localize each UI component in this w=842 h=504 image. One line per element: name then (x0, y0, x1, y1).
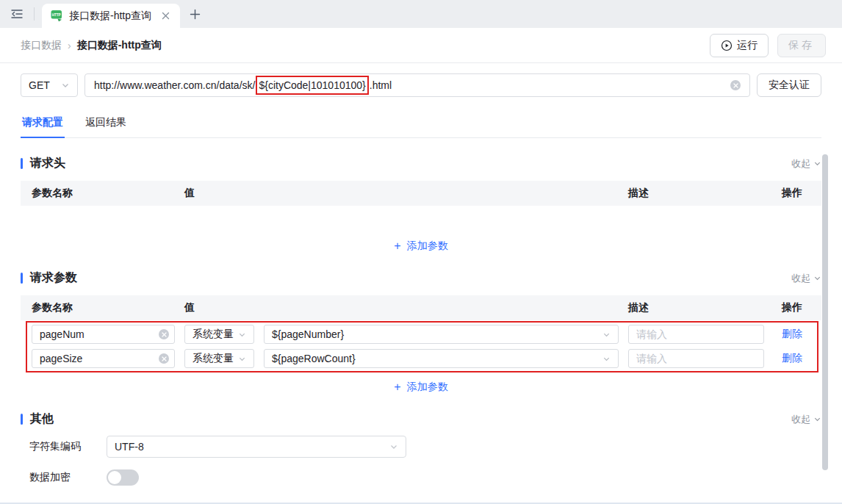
param-row-pagesize: 系统变量 ${pageRowCount} 删除 (21, 349, 821, 368)
charset-row: 字符集编码 UTF-8 (21, 436, 821, 458)
delete-param-link[interactable]: 删除 (774, 328, 810, 341)
chevron-down-icon (813, 159, 821, 168)
column-value: 值 (184, 187, 254, 200)
clear-url-icon[interactable] (730, 80, 741, 90)
param-value-text: ${pageRowCount} (272, 353, 356, 364)
toggle-knob (108, 471, 121, 484)
column-op: 操作 (774, 301, 810, 314)
chevron-down-icon (602, 355, 611, 363)
section-title: 其他 (21, 411, 54, 427)
param-type-select[interactable]: 系统变量 (184, 325, 254, 344)
tab-api-data-http[interactable]: HTTP 接口数据-http查询 (42, 4, 180, 28)
add-header-param-button[interactable]: + 添加参数 (21, 240, 821, 253)
headers-table-header: 参数名称 值 描述 操作 (21, 181, 821, 206)
section-marker (21, 414, 23, 425)
clear-input-icon[interactable] (159, 353, 169, 364)
security-auth-button[interactable]: 安全认证 (757, 73, 821, 97)
charset-value: UTF-8 (115, 441, 144, 453)
main-content: GET http://www.weather.com.cn/data/sk/${… (0, 73, 842, 486)
chevron-down-icon (813, 274, 821, 282)
encrypt-toggle[interactable] (107, 469, 139, 486)
chevron-down-icon (238, 331, 246, 339)
param-desc-input[interactable] (628, 325, 764, 344)
section-title: 请求参数 (21, 270, 77, 286)
chevron-down-icon (238, 355, 246, 363)
param-name-input[interactable] (32, 325, 175, 344)
breadcrumb-current: 接口数据-http查询 (77, 39, 162, 52)
param-value-select[interactable]: ${pageNumber} (264, 325, 619, 344)
column-desc: 描述 (628, 301, 764, 314)
param-row-pagenum: 系统变量 ${pageNumber} 删除 (21, 325, 821, 344)
tab-request-config[interactable]: 请求配置 (21, 112, 65, 138)
param-name-field (32, 325, 175, 344)
request-url-row: GET http://www.weather.com.cn/data/sk/${… (21, 73, 821, 97)
column-name: 参数名称 (32, 187, 175, 200)
collapse-other-link[interactable]: 收起 (791, 413, 821, 426)
http-method-value: GET (29, 79, 50, 91)
charset-select[interactable]: UTF-8 (107, 436, 406, 458)
param-type-select[interactable]: 系统变量 (184, 349, 254, 368)
collapse-headers-link[interactable]: 收起 (791, 157, 821, 170)
tab-title: 接口数据-http查询 (69, 10, 151, 23)
collapse-sidebar-icon (10, 8, 24, 20)
section-marker (21, 158, 23, 169)
http-datasource-icon: HTTP (51, 10, 63, 22)
header-actions: 运行 保存 (710, 34, 826, 57)
divider (34, 7, 35, 21)
config-tabs: 请求配置 返回结果 (21, 112, 821, 138)
column-op: 操作 (774, 187, 810, 200)
url-input[interactable]: http://www.weather.com.cn/data/sk/${city… (84, 73, 750, 97)
scrollbar-thumb[interactable] (822, 154, 828, 470)
other-section-header: 其他 收起 (21, 411, 821, 427)
section-title: 请求头 (21, 156, 65, 171)
play-icon (721, 40, 733, 51)
url-prefix-text: http://www.weather.com.cn/data/sk/ (94, 79, 255, 91)
collapse-label: 收起 (791, 157, 810, 170)
new-tab-button[interactable] (180, 0, 209, 28)
param-value-text: ${pageNumber} (272, 328, 344, 340)
add-param-label: 添加参数 (407, 381, 448, 394)
save-button[interactable]: 保存 (777, 34, 826, 57)
charset-label: 字符集编码 (29, 440, 107, 453)
save-button-label: 保存 (788, 39, 815, 52)
security-auth-label: 安全认证 (769, 79, 810, 92)
param-desc-input[interactable] (628, 349, 764, 368)
param-type-value: 系统变量 (192, 328, 234, 341)
collapse-params-link[interactable]: 收起 (791, 272, 821, 285)
clear-input-icon[interactable] (159, 329, 169, 339)
column-desc: 描述 (628, 187, 764, 200)
tab-response-result[interactable]: 返回结果 (84, 112, 128, 137)
add-param-label: 添加参数 (407, 240, 448, 253)
collapse-sidebar-button[interactable] (0, 0, 34, 28)
plus-icon (190, 9, 201, 20)
request-params-section-header: 请求参数 收起 (21, 270, 821, 286)
plus-icon: + (394, 381, 400, 394)
breadcrumb-root-link[interactable]: 接口数据 (21, 39, 62, 52)
request-headers-section-header: 请求头 收起 (21, 156, 821, 171)
run-button[interactable]: 运行 (710, 34, 769, 57)
tab-bar: HTTP 接口数据-http查询 (0, 0, 842, 28)
http-method-select[interactable]: GET (21, 73, 78, 97)
breadcrumb-separator: › (68, 40, 71, 51)
collapse-label: 收起 (791, 272, 810, 285)
param-name-input[interactable] (32, 349, 175, 368)
section-marker (21, 273, 23, 284)
request-headers-title: 请求头 (30, 156, 65, 171)
page-header: 接口数据 › 接口数据-http查询 运行 保存 (0, 28, 842, 63)
chevron-down-icon (602, 331, 611, 339)
encrypt-row: 数据加密 (21, 469, 821, 486)
url-suffix-text: .html (370, 79, 392, 91)
run-button-label: 运行 (737, 39, 758, 52)
param-value-select[interactable]: ${pageRowCount} (264, 349, 619, 368)
encrypt-label: 数据加密 (29, 471, 107, 484)
column-value: 值 (184, 301, 254, 314)
close-tab-icon[interactable] (162, 12, 170, 20)
params-rows: 系统变量 ${pageNumber} 删除 (21, 325, 821, 368)
request-params-title: 请求参数 (30, 270, 77, 286)
delete-param-link[interactable]: 删除 (774, 352, 810, 365)
svg-text:HTTP: HTTP (52, 13, 61, 17)
collapse-label: 收起 (791, 413, 810, 426)
url-token-annotation-box: ${cityCode|101010100} (256, 76, 368, 95)
add-request-param-button[interactable]: + 添加参数 (21, 381, 821, 394)
param-name-field (32, 349, 175, 368)
